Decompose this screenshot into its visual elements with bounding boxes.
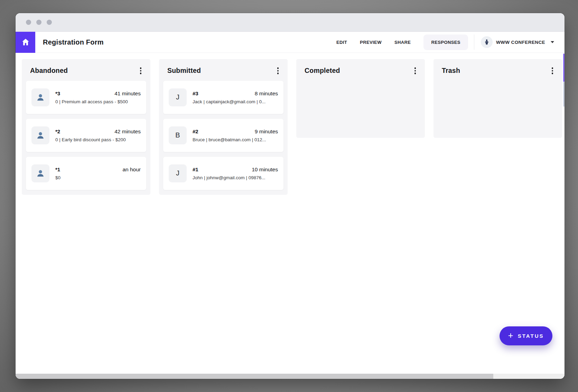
tab-preview[interactable]: PREVIEW (360, 40, 382, 45)
conference-speaker-icon (481, 36, 493, 48)
response-time: 41 minutes (114, 90, 141, 97)
response-card[interactable]: *242 minutes0 | Early bird discount pass… (26, 119, 146, 152)
tab-edit[interactable]: EDIT (336, 40, 347, 45)
response-time: an hour (122, 166, 141, 173)
response-time: 9 minutes (255, 128, 278, 135)
column-title: Trash (442, 67, 460, 75)
add-status-button[interactable]: + STATUS (500, 326, 552, 345)
card-list: J#38 minutesJack | captainjack@gmail.com… (163, 81, 283, 190)
response-summary: John | johnw@gmail.com | 09876... (193, 175, 278, 180)
column-title: Completed (305, 67, 340, 75)
response-summary: 0 | Premium all access pass - $500 (55, 99, 141, 104)
kebab-menu-icon[interactable] (275, 66, 281, 75)
vertical-scrollbar-track[interactable] (563, 82, 565, 107)
avatar-letter: J (169, 164, 187, 182)
app-window: Registration Form EDIT PREVIEW SHARE RES… (16, 13, 565, 379)
home-button[interactable] (16, 32, 35, 53)
response-card[interactable]: *1an hour$0 (26, 157, 146, 190)
horizontal-scrollbar[interactable] (16, 374, 565, 379)
add-status-label: STATUS (518, 333, 544, 339)
response-summary: $0 (55, 175, 141, 180)
card-body: *341 minutes0 | Premium all access pass … (55, 90, 141, 104)
response-card[interactable]: B#29 minutesBruce | bruce@batman.com | 0… (163, 119, 283, 152)
response-id: *2 (55, 128, 60, 134)
column-title: Abandoned (30, 67, 68, 75)
response-summary: 0 | Early bird discount pass - $200 (55, 137, 141, 142)
response-time: 42 minutes (114, 128, 141, 135)
kebab-menu-icon[interactable] (138, 66, 144, 75)
window-control-dot[interactable] (47, 20, 52, 25)
board-column-submitted: Submitted J#38 minutesJack | captainjack… (159, 59, 288, 195)
nav-divider (474, 35, 474, 50)
window-control-dot[interactable] (26, 20, 31, 25)
person-icon (35, 92, 46, 103)
person-icon (35, 168, 46, 179)
avatar-letter: J (169, 88, 187, 106)
responses-board: Abandoned *341 minutes0 | Premium all ac… (16, 53, 565, 374)
card-body: *242 minutes0 | Early bird discount pass… (55, 128, 141, 142)
board-column-trash: Trash (434, 59, 562, 138)
response-id: #3 (193, 90, 198, 96)
kebab-menu-icon[interactable] (550, 66, 556, 75)
response-card[interactable]: J#110 minutesJohn | johnw@gmail.com | 09… (163, 157, 283, 190)
kebab-menu-icon[interactable] (412, 66, 418, 75)
person-icon (35, 130, 46, 141)
horizontal-scrollbar-thumb[interactable] (16, 374, 493, 379)
tab-share[interactable]: SHARE (394, 40, 411, 45)
response-id: *1 (55, 166, 60, 172)
window-titlebar (16, 13, 565, 32)
tab-responses[interactable]: RESPONSES (423, 35, 468, 50)
avatar (31, 88, 49, 106)
response-summary: Jack | captainjack@gmail.com | 0... (193, 99, 278, 104)
response-id: #1 (193, 166, 198, 172)
vertical-scrollbar-thumb[interactable] (563, 54, 565, 82)
window-control-dot[interactable] (36, 20, 41, 25)
response-summary: Bruce | bruce@batman.com | 012... (193, 137, 278, 142)
avatar-letter: B (169, 126, 187, 144)
home-icon (21, 38, 30, 47)
card-body: #110 minutesJohn | johnw@gmail.com | 098… (193, 166, 278, 180)
avatar (31, 164, 49, 182)
board-column-completed: Completed (296, 59, 425, 138)
workspace-name: WWW CONFERENCE (496, 40, 545, 45)
response-id: *3 (55, 90, 60, 96)
avatar (31, 126, 49, 144)
page-title: Registration Form (43, 38, 104, 46)
card-list: *341 minutes0 | Premium all access pass … (26, 81, 146, 190)
header-nav: EDIT PREVIEW SHARE RESPONSES WWW CONFERE… (336, 35, 554, 50)
card-body: *1an hour$0 (55, 166, 141, 180)
response-time: 10 minutes (252, 166, 278, 173)
plus-icon: + (508, 331, 513, 340)
app-header: Registration Form EDIT PREVIEW SHARE RES… (16, 32, 565, 53)
response-time: 8 minutes (255, 90, 278, 97)
card-body: #29 minutesBruce | bruce@batman.com | 01… (193, 128, 278, 142)
chevron-down-icon (551, 41, 554, 43)
card-body: #38 minutesJack | captainjack@gmail.com … (193, 90, 278, 104)
response-card[interactable]: *341 minutes0 | Premium all access pass … (26, 81, 146, 114)
response-id: #2 (193, 128, 198, 134)
response-card[interactable]: J#38 minutesJack | captainjack@gmail.com… (163, 81, 283, 114)
board-column-abandoned: Abandoned *341 minutes0 | Premium all ac… (22, 59, 150, 195)
workspace-selector[interactable]: WWW CONFERENCE (481, 36, 554, 48)
column-title: Submitted (167, 67, 201, 75)
